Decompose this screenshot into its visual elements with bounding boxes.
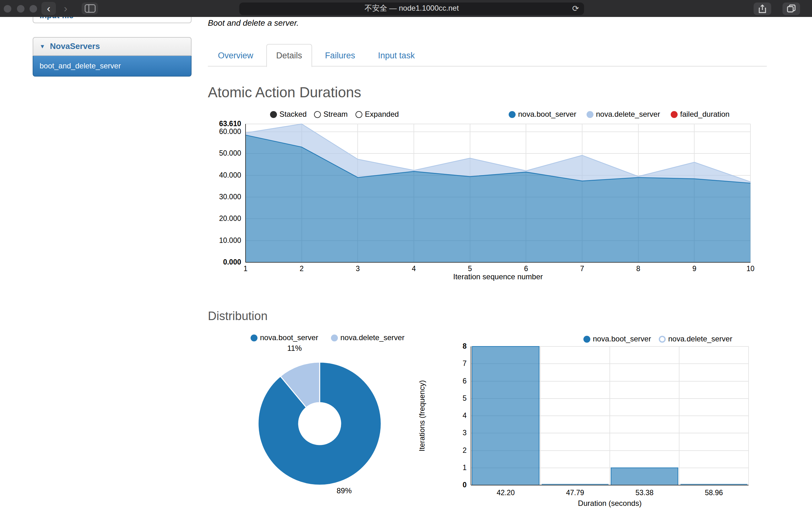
svg-text:9: 9	[692, 265, 696, 273]
forward-button[interactable]: ›	[58, 2, 73, 15]
svg-text:5: 5	[463, 394, 467, 402]
svg-text:8: 8	[463, 342, 467, 350]
svg-text:10: 10	[746, 265, 755, 273]
svg-text:58.96: 58.96	[705, 489, 723, 497]
back-button[interactable]: ‹	[41, 2, 56, 15]
sidebar-icon	[84, 4, 95, 12]
svg-text:3: 3	[356, 265, 360, 273]
svg-text:50.000: 50.000	[219, 149, 241, 157]
svg-text:20.000: 20.000	[219, 214, 241, 222]
svg-text:8: 8	[636, 265, 640, 273]
svg-text:Iterations (frequency): Iterations (frequency)	[417, 380, 426, 452]
svg-text:6: 6	[524, 265, 528, 273]
share-icon	[759, 4, 766, 13]
svg-text:0.000: 0.000	[223, 258, 241, 266]
tab-overview[interactable]: Overview	[208, 44, 263, 67]
window-controls	[4, 5, 42, 12]
series-dot-icon	[659, 335, 666, 342]
svg-text:5: 5	[468, 265, 472, 273]
address-text: 不安全 — node1.1000cc.net	[365, 3, 459, 14]
svg-text:53.38: 53.38	[636, 489, 654, 497]
duration-histogram-chart: 01234567842.2047.7953.3858.96Duration (s…	[414, 342, 767, 514]
svg-text:1: 1	[463, 463, 467, 472]
screen: ‹ › 不安全 — node1.1000cc.net ⟳ Input file	[0, 0, 812, 514]
svg-text:Duration (seconds): Duration (seconds)	[578, 499, 642, 507]
distribution-title: Distribution	[208, 309, 267, 324]
svg-text:7: 7	[463, 359, 467, 367]
group-label: NovaServers	[50, 41, 100, 51]
svg-text:1: 1	[244, 265, 248, 273]
svg-text:63.610: 63.610	[219, 120, 241, 128]
svg-text:4: 4	[463, 412, 467, 420]
svg-text:3: 3	[463, 429, 467, 437]
durations-title: Atomic Action Durations	[208, 84, 361, 101]
scenario-description: Boot and delete a server.	[208, 18, 299, 28]
tab-details[interactable]: Details	[266, 44, 312, 67]
window-close-button[interactable]	[4, 5, 11, 12]
tab-failures[interactable]: Failures	[315, 44, 365, 67]
series-dot-icon	[331, 334, 338, 341]
distribution-pie-chart	[254, 358, 385, 489]
window-minimize-button[interactable]	[17, 5, 24, 12]
forward-icon: ›	[64, 3, 67, 14]
share-button[interactable]	[754, 2, 771, 15]
legend-label: nova.delete_server	[340, 333, 404, 342]
svg-text:40.000: 40.000	[219, 171, 241, 179]
tab-bar: Overview Details Failures Input task	[208, 44, 767, 66]
svg-text:4: 4	[412, 265, 416, 273]
svg-text:47.79: 47.79	[566, 489, 584, 497]
svg-text:Iteration sequence number: Iteration sequence number	[453, 272, 543, 281]
window-zoom-button[interactable]	[30, 5, 37, 12]
pie-legend-boot-server[interactable]: nova.boot_server	[251, 333, 318, 342]
pie-label-boot-pct: 89%	[326, 486, 362, 495]
svg-text:60.000: 60.000	[219, 127, 241, 135]
svg-text:10.000: 10.000	[219, 236, 241, 244]
browser-toolbar: ‹ › 不安全 — node1.1000cc.net ⟳	[0, 0, 812, 17]
stacked-area-chart: 0.00010.00020.00030.00040.00050.00060.00…	[208, 117, 767, 282]
sidebar-group-novaservers[interactable]: ▼ NovaServers	[33, 37, 192, 56]
svg-text:42.20: 42.20	[497, 489, 515, 497]
svg-text:2: 2	[463, 446, 467, 454]
scenario-item-label: boot_and_delete_server	[39, 61, 121, 70]
legend-label: nova.boot_server	[260, 333, 318, 342]
pie-label-delete-pct: 11%	[277, 344, 312, 353]
svg-text:0: 0	[463, 481, 467, 489]
pie-legend-delete-server[interactable]: nova.delete_server	[331, 333, 404, 342]
sidebar-toggle-button[interactable]	[82, 2, 98, 14]
address-bar[interactable]: 不安全 — node1.1000cc.net ⟳	[239, 2, 584, 15]
series-dot-icon	[251, 334, 258, 341]
tab-overview-button[interactable]	[782, 2, 800, 15]
collapse-caret-icon: ▼	[39, 43, 45, 50]
svg-text:30.000: 30.000	[219, 193, 241, 201]
tabs-icon	[787, 4, 796, 12]
reload-icon[interactable]: ⟳	[572, 4, 579, 13]
svg-text:7: 7	[580, 265, 584, 273]
back-icon: ‹	[47, 3, 50, 14]
tab-input-task[interactable]: Input task	[368, 44, 425, 67]
svg-text:2: 2	[299, 265, 303, 273]
series-dot-icon	[583, 335, 590, 342]
svg-text:6: 6	[463, 377, 467, 385]
sidebar-item-boot-and-delete-server[interactable]: boot_and_delete_server	[33, 56, 192, 77]
